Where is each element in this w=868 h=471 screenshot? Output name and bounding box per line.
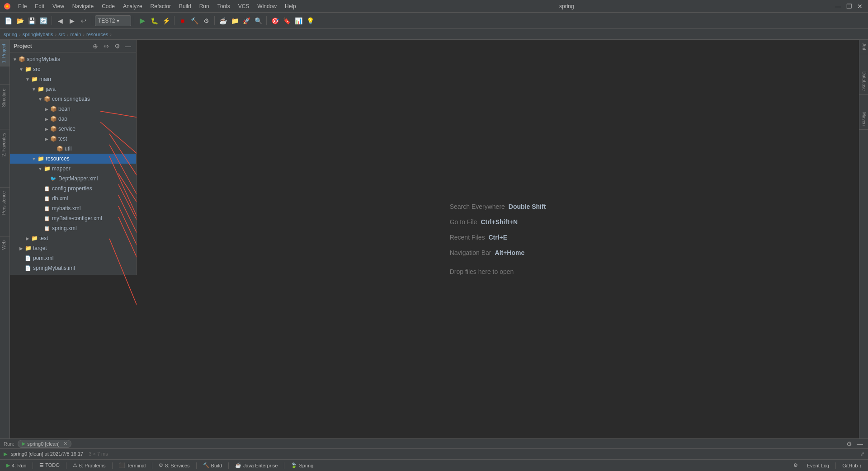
back-button[interactable]: ◀ — [55, 15, 66, 26]
menu-code[interactable]: Code — [98, 2, 118, 10]
breadcrumb-resources[interactable]: resources — [86, 32, 108, 37]
panel-collapse-icon[interactable]: ⇔ — [102, 42, 111, 51]
profile-button[interactable]: ⚡ — [160, 15, 171, 26]
breadcrumb-spring[interactable]: spring — [4, 32, 17, 37]
status-run-button[interactable]: ▶ 4: Run — [4, 462, 29, 469]
rebuild-button[interactable]: 🔨 — [189, 15, 200, 26]
run-settings-icon[interactable]: ⚙ — [844, 439, 854, 448]
status-github-button[interactable]: GitHub ↑ — [840, 462, 864, 469]
forward-button[interactable]: ▶ — [66, 15, 77, 26]
label-mapper: mapper — [52, 165, 71, 172]
tree-item-target[interactable]: ▶ 📁 target — [10, 243, 136, 253]
tree-item-bean[interactable]: ▶ 📦 bean — [10, 104, 136, 114]
sdk-button[interactable]: ☕ — [217, 15, 228, 26]
debug-button[interactable]: 🐛 — [149, 15, 160, 26]
menu-run[interactable]: Run — [196, 2, 213, 10]
maven-button[interactable]: ⚙ — [201, 15, 212, 26]
menu-file[interactable]: File — [14, 2, 30, 10]
open-button[interactable]: 📂 — [14, 15, 25, 26]
panel-locate-icon[interactable]: ⊕ — [91, 42, 100, 51]
menu-help[interactable]: Help — [281, 2, 300, 10]
run-button[interactable]: ▶ — [137, 15, 148, 26]
right-tab-ant[interactable]: Ant — [859, 40, 868, 54]
tree-item-com-springbatis[interactable]: ▼ 📦 com.springbatis — [10, 94, 136, 104]
tree-item-dao[interactable]: ▶ 📦 dao — [10, 114, 136, 124]
extra-button[interactable]: 📊 — [293, 15, 304, 26]
tree-item-pom[interactable]: 📄 pom.xml — [10, 253, 136, 263]
menu-vcs[interactable]: VCS — [235, 2, 253, 10]
eventlog-label: Event Log — [807, 463, 830, 468]
tree-item-springmybatis[interactable]: ▼ 📦 springMybatis — [10, 54, 136, 64]
tree-item-iml[interactable]: 📄 springMybatis.iml — [10, 263, 136, 273]
tree-item-mybatis-configer[interactable]: 📋 myBatis-configer.xml — [10, 213, 136, 223]
status-spring-button[interactable]: 🍃 Spring — [288, 462, 316, 469]
right-tab-maven[interactable]: Maven — [859, 108, 868, 130]
right-tab-database[interactable]: Database — [859, 68, 868, 95]
menu-window[interactable]: Window — [254, 2, 280, 10]
status-services-button[interactable]: ⚙ 8: Services — [156, 462, 192, 469]
sidebar-tab-persistence[interactable]: Persistence — [0, 187, 9, 218]
status-build-button[interactable]: 🔨 Build — [200, 462, 225, 469]
sidebar-tab-web[interactable]: Web — [0, 236, 9, 253]
run-config-dropdown[interactable]: TEST2 ▾ — [95, 15, 131, 26]
deploy-button[interactable]: 🚀 — [241, 15, 252, 26]
tree-item-test-folder[interactable]: ▶ 📁 test — [10, 233, 136, 243]
menu-view[interactable]: View — [49, 2, 68, 10]
menu-tools[interactable]: Tools — [214, 2, 234, 10]
menu-analyze[interactable]: Analyze — [119, 2, 146, 10]
sidebar-tab-structure[interactable]: Structure — [0, 85, 9, 111]
status-todo-button[interactable]: ☰ TODO — [37, 462, 62, 469]
run-tab-close[interactable]: ✕ — [63, 441, 67, 447]
panel-settings-icon[interactable]: ⚙ — [113, 42, 122, 51]
sync-button[interactable]: 🔄 — [38, 15, 49, 26]
tree-item-test-pkg[interactable]: ▶ 📦 test — [10, 134, 136, 144]
tree-item-service[interactable]: ▶ 📦 service — [10, 124, 136, 134]
new-file-button[interactable]: 📄 — [3, 15, 14, 26]
tree-item-util[interactable]: 📦 util — [10, 144, 136, 154]
search-button[interactable]: 🔍 — [253, 15, 264, 26]
sidebar-tab-project[interactable]: 1: Project — [0, 40, 9, 66]
close-button[interactable]: ✕ — [855, 2, 864, 11]
menu-build[interactable]: Build — [175, 2, 195, 10]
status-javaenterprise-button[interactable]: ☕ Java Enterprise — [232, 462, 280, 469]
undo-button[interactable]: ↩ — [78, 15, 89, 26]
github-label: GitHub ↑ — [842, 463, 862, 468]
tree-item-src[interactable]: ▼ 📁 src — [10, 64, 136, 74]
project-panel-wrapper: Project ⊕ ⇔ ⚙ — ▼ 📦 springMybatis ▼ — [10, 40, 137, 438]
breadcrumb-src[interactable]: src — [58, 32, 65, 37]
status-settings-button[interactable]: ⚙ — [791, 462, 801, 469]
tree-item-java[interactable]: ▼ 📁 java — [10, 84, 136, 94]
javaenterprise-icon: ☕ — [235, 462, 241, 468]
status-problems-button[interactable]: ⚠ 6: Problems — [70, 462, 108, 469]
maximize-button[interactable]: ❐ — [844, 2, 854, 11]
tree-item-db-xml[interactable]: 📋 db.xml — [10, 193, 136, 203]
tips-button[interactable]: 💡 — [305, 15, 316, 26]
tree-item-mapper[interactable]: ▼ 📁 mapper — [10, 164, 136, 174]
tree-item-main[interactable]: ▼ 📁 main — [10, 74, 136, 84]
tree-item-config-props[interactable]: 📋 config.properties — [10, 184, 136, 193]
label-spring-xml: spring.xml — [52, 225, 77, 231]
tree-item-resources[interactable]: ▼ 📁 resources — [10, 154, 136, 164]
toolbar-separator-6 — [266, 16, 267, 25]
tree-item-deptmapper[interactable]: 🐦 DeptMapper.xml — [10, 174, 136, 184]
run-minimize-icon[interactable]: — — [855, 439, 864, 448]
menu-edit[interactable]: Edit — [31, 2, 48, 10]
status-terminal-button[interactable]: ⬛ Terminal — [116, 462, 149, 469]
breadcrumb-main[interactable]: main — [71, 32, 81, 37]
sidebar-tab-favorites[interactable]: 2: Favorites — [0, 129, 9, 160]
run-tab-spring0[interactable]: ▶ spring0 [clean] ✕ — [18, 440, 71, 448]
breadcrumb-springmybatis[interactable]: springMybatis — [23, 32, 53, 37]
panel-hide-icon[interactable]: — — [123, 42, 132, 51]
menu-navigate[interactable]: Navigate — [69, 2, 97, 10]
coverage-button[interactable]: 🎯 — [269, 15, 280, 26]
status-eventlog-button[interactable]: Event Log — [804, 462, 832, 469]
tree-item-mybatis-xml[interactable]: 📋 mybatis.xml — [10, 203, 136, 213]
tree-item-spring-xml[interactable]: 📋 spring.xml — [10, 223, 136, 233]
stop-button[interactable]: ■ — [177, 15, 188, 26]
minimize-button[interactable]: — — [834, 2, 843, 11]
save-button[interactable]: 💾 — [26, 15, 37, 26]
menu-refactor[interactable]: Refactor — [147, 2, 175, 10]
run-expand-icon[interactable]: ⤢ — [860, 451, 864, 457]
bookmark-button[interactable]: 🔖 — [281, 15, 292, 26]
settings-folder-button[interactable]: 📁 — [229, 15, 240, 26]
